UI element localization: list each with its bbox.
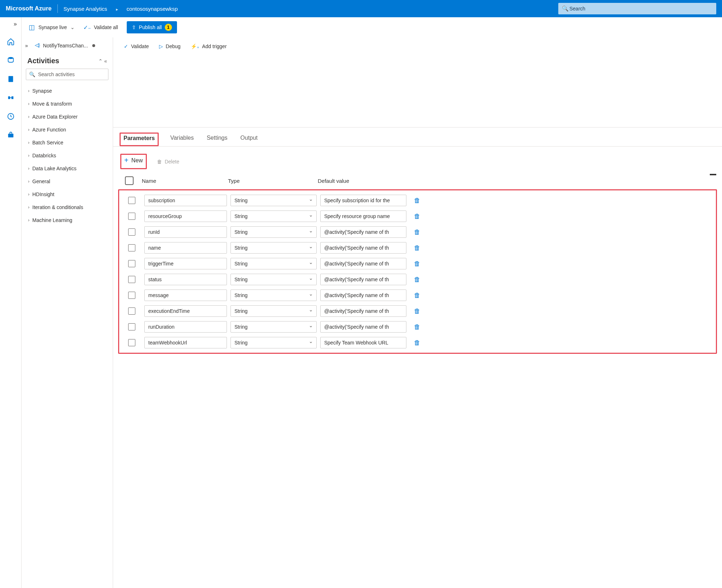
row-checkbox[interactable] [128, 323, 135, 330]
param-default-input[interactable] [320, 337, 406, 348]
row-checkbox[interactable] [128, 339, 135, 346]
activity-group[interactable]: ›Data Lake Analytics [24, 162, 110, 175]
activity-group[interactable]: ›Machine Learning [24, 214, 110, 227]
row-checkbox[interactable] [128, 260, 135, 267]
row-checkbox[interactable] [128, 228, 135, 236]
validate-button[interactable]: ✓ Validate [124, 43, 149, 49]
activity-group[interactable]: ›General [24, 175, 110, 188]
delete-row-button[interactable]: 🗑 [410, 260, 424, 268]
activity-group[interactable]: ›Batch Service [24, 136, 110, 149]
param-type-select[interactable] [230, 226, 317, 238]
column-header-name: Name [142, 178, 224, 184]
param-name-input[interactable] [144, 305, 227, 317]
global-search[interactable]: 🔍 [558, 3, 716, 14]
row-checkbox[interactable] [128, 244, 135, 251]
param-type-select[interactable] [230, 242, 317, 254]
param-type-select[interactable] [230, 337, 317, 348]
activities-search[interactable]: 🔍 [26, 69, 108, 80]
activity-group[interactable]: ›Databricks [24, 149, 110, 162]
row-checkbox[interactable] [128, 213, 135, 220]
param-default-input[interactable] [320, 290, 406, 301]
param-name-input[interactable] [144, 274, 227, 285]
panel-resize-handle[interactable] [710, 174, 716, 175]
delete-row-button[interactable]: 🗑 [410, 339, 424, 347]
integrate-icon[interactable] [6, 93, 15, 102]
row-checkbox[interactable] [128, 276, 135, 283]
param-default-input[interactable] [320, 258, 406, 269]
activity-group[interactable]: ›HDInsight [24, 188, 110, 201]
tabs-scroll-button[interactable]: » [23, 43, 30, 48]
manage-icon[interactable] [6, 131, 15, 139]
develop-icon[interactable] [6, 75, 15, 83]
add-trigger-button[interactable]: ⚡₊ Add trigger [191, 43, 227, 49]
param-default-input[interactable] [320, 274, 406, 285]
pipeline-canvas[interactable] [113, 55, 722, 127]
tab-pipeline-notifyteams[interactable]: ⏿ NotifiyTeamsChan... [30, 37, 99, 54]
breadcrumb-item-synapse[interactable]: Synapse Analytics [64, 6, 107, 12]
param-name-input[interactable] [144, 258, 227, 269]
brand-label[interactable]: Microsoft Azure [6, 5, 52, 12]
row-checkbox[interactable] [128, 292, 135, 299]
delete-row-button[interactable]: 🗑 [410, 197, 424, 204]
param-default-input[interactable] [320, 226, 406, 238]
activity-group[interactable]: ›Iteration & conditionals [24, 201, 110, 214]
param-default-input[interactable] [320, 242, 406, 254]
param-type-select[interactable] [230, 210, 317, 222]
delete-row-button[interactable]: 🗑 [410, 276, 424, 283]
param-name-input[interactable] [144, 226, 227, 238]
param-name-input[interactable] [144, 210, 227, 222]
activity-group[interactable]: ›Synapse [24, 84, 110, 97]
checklist-icon: ✓₋ [83, 24, 91, 31]
param-type-select[interactable] [230, 290, 317, 301]
data-icon[interactable] [6, 56, 15, 65]
home-icon[interactable] [6, 37, 15, 46]
delete-row-button[interactable]: 🗑 [410, 307, 424, 315]
tab-output[interactable]: Output [239, 135, 259, 146]
activities-search-input[interactable] [37, 71, 105, 78]
param-default-input[interactable] [320, 305, 406, 317]
param-type-select[interactable] [230, 195, 317, 206]
param-default-input[interactable] [320, 321, 406, 333]
activities-panel: » ⏿ NotifiyTeamsChan... Activities ⌃ « 🔍 [22, 37, 113, 588]
bottom-panel-tabs: Parameters Variables Settings Output [113, 128, 722, 147]
tab-variables[interactable]: Variables [169, 135, 195, 146]
param-default-input[interactable] [320, 195, 406, 206]
activity-group[interactable]: ›Move & transform [24, 97, 110, 110]
param-default-input[interactable] [320, 210, 406, 222]
param-type-select[interactable] [230, 305, 317, 317]
param-name-input[interactable] [144, 290, 227, 301]
monitor-icon[interactable] [6, 112, 15, 121]
table-row: 🗑 [121, 319, 714, 335]
breadcrumb-item-workspace[interactable]: contososynapsewksp [127, 6, 178, 12]
delete-row-button[interactable]: 🗑 [410, 292, 424, 299]
activities-collapse-icons[interactable]: ⌃ « [98, 58, 107, 64]
new-parameter-button[interactable]: + New [120, 154, 147, 169]
delete-row-button[interactable]: 🗑 [410, 228, 424, 236]
chevron-right-icon: › [28, 101, 29, 106]
param-type-select[interactable] [230, 274, 317, 285]
debug-button[interactable]: ▷ Debug [159, 43, 181, 49]
param-type-select[interactable] [230, 258, 317, 269]
publish-all-button[interactable]: ⇧ Publish all 1 [127, 21, 177, 33]
global-search-input[interactable] [569, 5, 713, 12]
select-all-checkbox[interactable] [125, 176, 134, 185]
activity-group[interactable]: ›Azure Function [24, 123, 110, 136]
param-type-select[interactable] [230, 321, 317, 333]
validate-all-button[interactable]: ✓₋ Validate all [83, 24, 118, 31]
param-name-input[interactable] [144, 195, 227, 206]
tab-parameters[interactable]: Parameters [120, 133, 159, 146]
param-name-input[interactable] [144, 337, 227, 348]
delete-row-button[interactable]: 🗑 [410, 244, 424, 252]
delete-parameter-button[interactable]: 🗑 Delete [157, 159, 179, 165]
tab-settings[interactable]: Settings [205, 135, 229, 146]
param-name-input[interactable] [144, 242, 227, 254]
chevron-right-icon: › [28, 140, 29, 145]
delete-row-button[interactable]: 🗑 [410, 213, 424, 220]
param-name-input[interactable] [144, 321, 227, 333]
activity-group[interactable]: ›Azure Data Explorer [24, 110, 110, 123]
row-checkbox[interactable] [128, 307, 135, 315]
delete-row-button[interactable]: 🗑 [410, 323, 424, 331]
row-checkbox[interactable] [128, 197, 135, 204]
expand-rail-button[interactable]: » [14, 21, 21, 27]
synapse-live-dropdown[interactable]: ◫ Synapse live ⌄ [29, 23, 75, 31]
